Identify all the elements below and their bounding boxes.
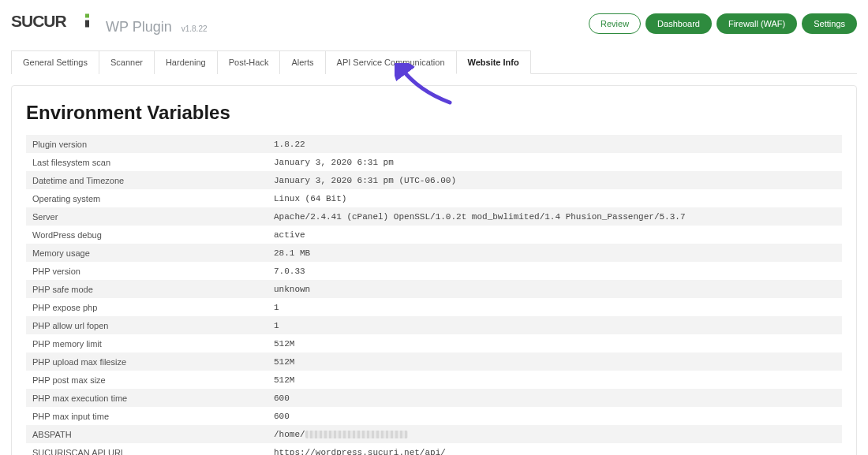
- header-buttons: Review Dashboard Firewall (WAF) Settings: [589, 13, 857, 34]
- env-key: Datetime and Timezone: [26, 171, 268, 189]
- env-key: Plugin version: [26, 135, 268, 153]
- env-value: 512M: [268, 334, 842, 352]
- table-row: PHP version7.0.33: [26, 262, 842, 280]
- panel-title: Environment Variables: [26, 102, 842, 124]
- table-row: Operating systemLinux (64 Bit): [26, 189, 842, 207]
- table-row: WordPress debugactive: [26, 226, 842, 244]
- env-key: PHP upload max filesize: [26, 352, 268, 371]
- env-key: Operating system: [26, 189, 268, 207]
- brand-version: v1.8.22: [181, 24, 208, 33]
- env-value: https://wordpress.sucuri.net/api/: [268, 443, 842, 455]
- env-value: 512M: [268, 371, 842, 389]
- tab-hardening[interactable]: Hardening: [154, 50, 218, 74]
- env-value: active: [268, 226, 842, 244]
- env-value: /home/: [268, 425, 842, 443]
- env-key: Server: [26, 207, 268, 226]
- env-value: 600: [268, 389, 842, 407]
- env-key: Last filesystem scan: [26, 153, 268, 171]
- tab-scanner[interactable]: Scanner: [99, 50, 155, 74]
- settings-button[interactable]: Settings: [802, 13, 857, 34]
- tab-general-settings[interactable]: General Settings: [11, 50, 99, 74]
- table-row: Datetime and TimezoneJanuary 3, 2020 6:3…: [26, 171, 842, 189]
- tabs: General Settings Scanner Hardening Post-…: [11, 50, 857, 74]
- tab-website-info[interactable]: Website Info: [456, 50, 531, 74]
- table-row: ABSPATH/home/: [26, 425, 842, 443]
- env-value: 512M: [268, 352, 842, 371]
- env-key: PHP expose php: [26, 298, 268, 316]
- tab-api-service-communication[interactable]: API Service Communication: [325, 50, 457, 74]
- env-key: PHP max execution time: [26, 389, 268, 407]
- table-row: Memory usage28.1 MB: [26, 244, 842, 262]
- table-row: PHP max input time600: [26, 407, 842, 425]
- table-row: Last filesystem scanJanuary 3, 2020 6:31…: [26, 153, 842, 171]
- env-value: 600: [268, 407, 842, 425]
- brand-product: WP Plugin: [106, 19, 172, 35]
- svg-rect-2: [85, 21, 89, 28]
- env-key: PHP post max size: [26, 371, 268, 389]
- env-value: unknown: [268, 280, 842, 298]
- tab-alerts[interactable]: Alerts: [279, 50, 325, 74]
- table-row: PHP expose php1: [26, 298, 842, 316]
- env-value: 1: [268, 316, 842, 334]
- redacted-text: [305, 431, 408, 438]
- env-key: ABSPATH: [26, 425, 268, 443]
- env-key: PHP allow url fopen: [26, 316, 268, 334]
- env-key: PHP memory limit: [26, 334, 268, 352]
- env-value: January 3, 2020 6:31 pm: [268, 153, 842, 171]
- environment-table: Plugin version1.8.22Last filesystem scan…: [26, 135, 842, 455]
- env-key: WordPress debug: [26, 226, 268, 244]
- env-key: PHP safe mode: [26, 280, 268, 298]
- table-row: PHP allow url fopen1: [26, 316, 842, 334]
- environment-panel: Environment Variables Plugin version1.8.…: [11, 85, 857, 455]
- table-row: SUCURISCAN API URLhttps://wordpress.sucu…: [26, 443, 842, 455]
- table-row: PHP max execution time600: [26, 389, 842, 407]
- env-key: PHP max input time: [26, 407, 268, 425]
- firewall-button[interactable]: Firewall (WAF): [716, 13, 797, 34]
- dashboard-button[interactable]: Dashboard: [645, 13, 712, 34]
- table-row: Plugin version1.8.22: [26, 135, 842, 153]
- env-value: Linux (64 Bit): [268, 189, 842, 207]
- env-key: PHP version: [26, 262, 268, 280]
- svg-text:SUCUR: SUCUR: [11, 12, 67, 30]
- table-row: PHP memory limit512M: [26, 334, 842, 352]
- env-key: Memory usage: [26, 244, 268, 262]
- table-row: PHP safe modeunknown: [26, 280, 842, 298]
- header: SUCUR WP Plugin v1.8.22 Review Dashboard…: [11, 11, 857, 35]
- env-value: 28.1 MB: [268, 244, 842, 262]
- env-value: January 3, 2020 6:31 pm (UTC-06.00): [268, 171, 842, 189]
- brand: SUCUR WP Plugin v1.8.22: [11, 11, 208, 35]
- table-row: PHP post max size512M: [26, 371, 842, 389]
- env-value: 1: [268, 298, 842, 316]
- tab-post-hack[interactable]: Post-Hack: [217, 50, 281, 74]
- table-row: ServerApache/2.4.41 (cPanel) OpenSSL/1.0…: [26, 207, 842, 226]
- table-row: PHP upload max filesize512M: [26, 352, 842, 371]
- review-button[interactable]: Review: [589, 13, 641, 34]
- env-key: SUCURISCAN API URL: [26, 443, 268, 455]
- sucuri-logo: SUCUR: [11, 11, 98, 32]
- svg-rect-1: [85, 14, 89, 18]
- env-value: 1.8.22: [268, 135, 842, 153]
- env-value: 7.0.33: [268, 262, 842, 280]
- env-value: Apache/2.4.41 (cPanel) OpenSSL/1.0.2t mo…: [268, 207, 842, 226]
